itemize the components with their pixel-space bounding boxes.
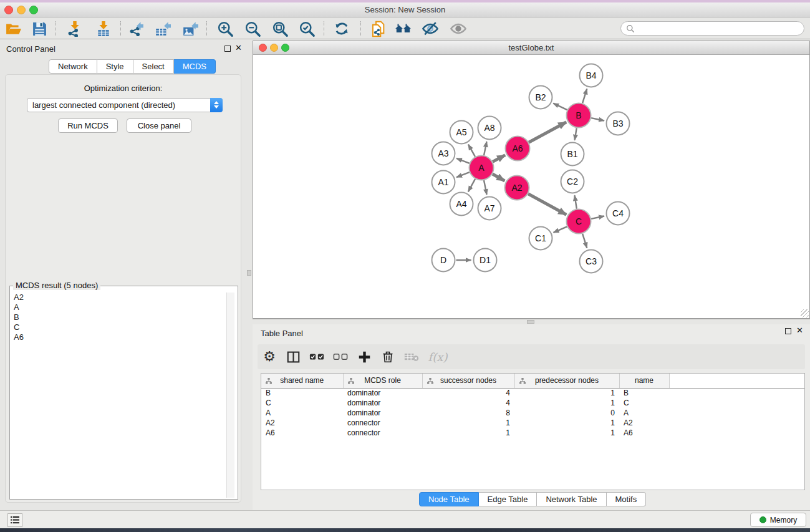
table-row[interactable]: Adominator80A bbox=[261, 408, 804, 418]
tab-node-table[interactable]: Node Table bbox=[419, 492, 479, 506]
edge-A-A2[interactable] bbox=[493, 174, 505, 181]
tab-mcds[interactable]: MCDS bbox=[174, 59, 216, 74]
node-A2[interactable]: A2 bbox=[505, 176, 529, 200]
node-B3[interactable]: B3 bbox=[607, 112, 630, 135]
mcds-result-item[interactable]: A2 bbox=[11, 293, 230, 302]
mcds-result-item[interactable]: A bbox=[11, 302, 230, 312]
memory-button[interactable]: Memory bbox=[750, 513, 806, 527]
table-header-row[interactable]: shared name MCDS role successor nodes pr… bbox=[261, 374, 804, 388]
edge-B-B4[interactable] bbox=[582, 89, 587, 103]
zoom-selected-icon[interactable] bbox=[296, 20, 317, 37]
edge-C-C2[interactable] bbox=[574, 195, 576, 209]
float-panel-icon[interactable] bbox=[224, 46, 231, 52]
table-row[interactable]: A2connector11A2 bbox=[261, 418, 804, 428]
node-C3[interactable]: C3 bbox=[580, 250, 603, 273]
table-settings-gear-icon[interactable]: ⚙ bbox=[258, 344, 281, 369]
mcds-result-item[interactable]: C bbox=[11, 322, 230, 332]
tab-motifs[interactable]: Motifs bbox=[607, 492, 647, 506]
vertical-splitter[interactable] bbox=[246, 39, 252, 510]
refresh-view-icon[interactable] bbox=[331, 20, 352, 37]
node-D[interactable]: D bbox=[432, 249, 455, 272]
mcds-result-item[interactable]: B bbox=[11, 312, 230, 322]
save-session-icon[interactable] bbox=[29, 20, 50, 37]
window-resize-grip[interactable] bbox=[801, 309, 809, 317]
node-A4[interactable]: A4 bbox=[450, 193, 473, 216]
node-B1[interactable]: B1 bbox=[561, 143, 584, 166]
export-network-icon[interactable] bbox=[126, 20, 147, 37]
edge-A6-B[interactable] bbox=[529, 122, 566, 143]
toolbar-search[interactable] bbox=[620, 21, 804, 36]
search-input[interactable] bbox=[635, 24, 804, 33]
home-layout-icon[interactable] bbox=[393, 20, 414, 37]
export-table-icon[interactable] bbox=[152, 20, 173, 37]
task-history-icon[interactable] bbox=[7, 513, 22, 527]
column-header-mcds-role[interactable]: MCDS role bbox=[343, 374, 422, 388]
mcds-result-item[interactable]: A6 bbox=[11, 332, 230, 342]
deselect-all-icon[interactable] bbox=[329, 344, 352, 369]
edge-A-A8[interactable] bbox=[484, 142, 486, 155]
column-header-successor-nodes[interactable]: successor nodes bbox=[422, 374, 514, 388]
column-header-name[interactable]: name bbox=[619, 374, 669, 388]
float-panel-icon[interactable] bbox=[785, 328, 791, 334]
edge-A-A5[interactable] bbox=[468, 145, 475, 157]
edge-B-B1[interactable] bbox=[575, 128, 577, 140]
tab-style[interactable]: Style bbox=[97, 59, 133, 74]
node-A[interactable]: A bbox=[470, 156, 494, 180]
node-A1[interactable]: A1 bbox=[432, 171, 455, 194]
run-mcds-button[interactable]: Run MCDS bbox=[58, 118, 118, 133]
show-columns-icon[interactable] bbox=[281, 344, 305, 369]
edge-A-A7[interactable] bbox=[484, 180, 487, 195]
delete-column-trash-icon[interactable] bbox=[376, 344, 400, 369]
network-canvas-svg[interactable]: B4B2BB3A8A5A6A3B1AA1C2A2A4A7C4CC1DD1C3 bbox=[253, 55, 809, 318]
edge-A2-C[interactable] bbox=[528, 194, 566, 215]
show-details-icon[interactable] bbox=[448, 20, 469, 37]
tab-edge-table[interactable]: Edge Table bbox=[479, 492, 538, 506]
tab-select[interactable]: Select bbox=[133, 59, 174, 74]
column-header-shared-name[interactable]: shared name bbox=[261, 374, 343, 388]
select-all-icon[interactable] bbox=[305, 344, 329, 369]
splitter-grip[interactable] bbox=[247, 270, 251, 276]
edge-A-A3[interactable] bbox=[456, 158, 470, 163]
mcds-result-scrollbar[interactable] bbox=[226, 293, 234, 498]
close-panel-button[interactable]: Close panel bbox=[127, 118, 191, 133]
splitter-grip[interactable] bbox=[527, 320, 534, 324]
node-B4[interactable]: B4 bbox=[580, 64, 603, 87]
hide-details-icon[interactable] bbox=[420, 20, 441, 37]
edge-C-C1[interactable] bbox=[554, 226, 567, 233]
zoom-fit-icon[interactable] bbox=[269, 20, 291, 37]
optimization-criterion-select[interactable]: largest connected component (directed) bbox=[27, 98, 223, 112]
function-builder-icon[interactable]: f(x) bbox=[423, 344, 452, 369]
node-D1[interactable]: D1 bbox=[474, 249, 497, 272]
node-A8[interactable]: A8 bbox=[478, 117, 501, 140]
node-A6[interactable]: A6 bbox=[506, 137, 530, 161]
table-row[interactable]: Cdominator41C bbox=[261, 398, 804, 408]
node-A3[interactable]: A3 bbox=[432, 142, 455, 165]
open-session-icon[interactable] bbox=[3, 20, 24, 37]
close-panel-icon[interactable]: ✕ bbox=[235, 43, 242, 52]
clone-network-icon[interactable] bbox=[368, 20, 389, 37]
node-C2[interactable]: C2 bbox=[561, 170, 584, 193]
close-panel-icon[interactable]: ✕ bbox=[796, 326, 803, 335]
column-header-predecessor-nodes[interactable]: predecessor nodes bbox=[514, 374, 619, 388]
node-A7[interactable]: A7 bbox=[478, 197, 501, 220]
horizontal-splitter[interactable] bbox=[253, 319, 810, 324]
edge-A-A1[interactable] bbox=[456, 172, 470, 177]
edge-B-B3[interactable] bbox=[591, 118, 604, 120]
node-C[interactable]: C bbox=[567, 210, 591, 234]
edge-B-B2[interactable] bbox=[553, 104, 567, 110]
zoom-out-icon[interactable] bbox=[242, 20, 263, 37]
add-column-icon[interactable] bbox=[352, 344, 376, 369]
export-image-icon[interactable] bbox=[180, 20, 201, 37]
edge-C-C3[interactable] bbox=[582, 234, 587, 248]
table-row[interactable]: Bdominator41B bbox=[261, 388, 804, 398]
node-C1[interactable]: C1 bbox=[529, 227, 552, 250]
node-A5[interactable]: A5 bbox=[450, 121, 473, 144]
tab-network[interactable]: Network bbox=[49, 59, 97, 74]
import-table-icon[interactable] bbox=[93, 20, 114, 37]
tab-network-table[interactable]: Network Table bbox=[537, 492, 606, 506]
delete-table-icon[interactable] bbox=[400, 344, 423, 369]
edge-A-A4[interactable] bbox=[468, 179, 475, 191]
edge-A-A6[interactable] bbox=[493, 155, 505, 162]
import-network-icon[interactable] bbox=[64, 20, 85, 37]
table-row[interactable]: A6connector11A6 bbox=[261, 428, 804, 438]
